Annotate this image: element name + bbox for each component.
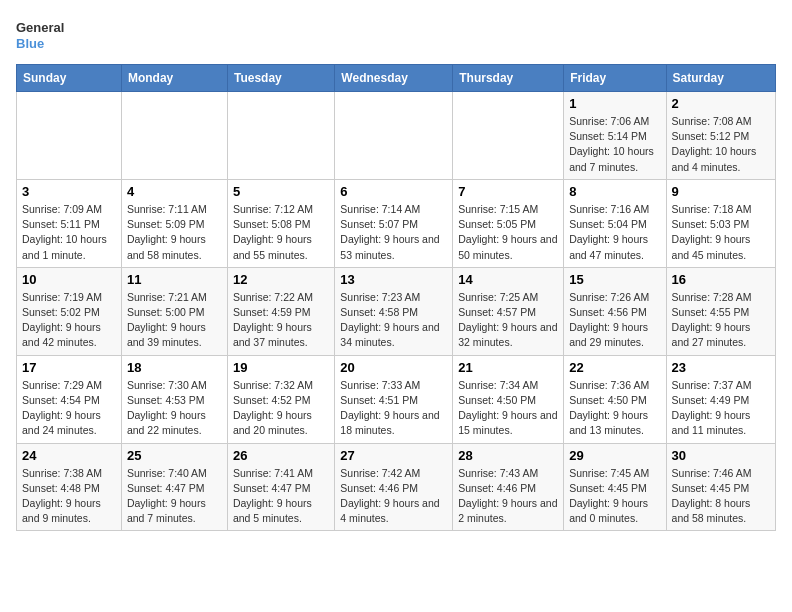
day-info: Sunrise: 7:36 AM Sunset: 4:50 PM Dayligh… [569,378,660,439]
day-info: Sunrise: 7:19 AM Sunset: 5:02 PM Dayligh… [22,290,116,351]
calendar-day-cell: 3Sunrise: 7:09 AM Sunset: 5:11 PM Daylig… [17,179,122,267]
calendar-day-cell: 24Sunrise: 7:38 AM Sunset: 4:48 PM Dayli… [17,443,122,531]
weekday-header: Wednesday [335,65,453,92]
day-info: Sunrise: 7:38 AM Sunset: 4:48 PM Dayligh… [22,466,116,527]
day-number: 20 [340,360,447,375]
day-number: 27 [340,448,447,463]
day-number: 12 [233,272,329,287]
calendar-day-cell: 19Sunrise: 7:32 AM Sunset: 4:52 PM Dayli… [227,355,334,443]
day-info: Sunrise: 7:11 AM Sunset: 5:09 PM Dayligh… [127,202,222,263]
day-info: Sunrise: 7:28 AM Sunset: 4:55 PM Dayligh… [672,290,770,351]
svg-marker-1 [68,18,76,26]
day-info: Sunrise: 7:37 AM Sunset: 4:49 PM Dayligh… [672,378,770,439]
calendar-week-row: 17Sunrise: 7:29 AM Sunset: 4:54 PM Dayli… [17,355,776,443]
day-info: Sunrise: 7:33 AM Sunset: 4:51 PM Dayligh… [340,378,447,439]
calendar-day-cell [17,92,122,180]
day-number: 7 [458,184,558,199]
calendar-day-cell: 9Sunrise: 7:18 AM Sunset: 5:03 PM Daylig… [666,179,775,267]
day-number: 24 [22,448,116,463]
weekday-header: Friday [564,65,666,92]
calendar-day-cell [227,92,334,180]
calendar-day-cell [121,92,227,180]
calendar-day-cell: 7Sunrise: 7:15 AM Sunset: 5:05 PM Daylig… [453,179,564,267]
weekday-header-row: SundayMondayTuesdayWednesdayThursdayFrid… [17,65,776,92]
day-number: 1 [569,96,660,111]
day-info: Sunrise: 7:25 AM Sunset: 4:57 PM Dayligh… [458,290,558,351]
weekday-header: Monday [121,65,227,92]
calendar-day-cell: 28Sunrise: 7:43 AM Sunset: 4:46 PM Dayli… [453,443,564,531]
day-number: 9 [672,184,770,199]
day-info: Sunrise: 7:34 AM Sunset: 4:50 PM Dayligh… [458,378,558,439]
day-info: Sunrise: 7:32 AM Sunset: 4:52 PM Dayligh… [233,378,329,439]
day-info: Sunrise: 7:09 AM Sunset: 5:11 PM Dayligh… [22,202,116,263]
calendar-day-cell: 22Sunrise: 7:36 AM Sunset: 4:50 PM Dayli… [564,355,666,443]
day-number: 10 [22,272,116,287]
day-number: 3 [22,184,116,199]
day-number: 19 [233,360,329,375]
calendar-week-row: 24Sunrise: 7:38 AM Sunset: 4:48 PM Dayli… [17,443,776,531]
day-info: Sunrise: 7:18 AM Sunset: 5:03 PM Dayligh… [672,202,770,263]
day-number: 25 [127,448,222,463]
day-info: Sunrise: 7:26 AM Sunset: 4:56 PM Dayligh… [569,290,660,351]
day-number: 2 [672,96,770,111]
day-info: Sunrise: 7:08 AM Sunset: 5:12 PM Dayligh… [672,114,770,175]
calendar-day-cell: 30Sunrise: 7:46 AM Sunset: 4:45 PM Dayli… [666,443,775,531]
day-info: Sunrise: 7:40 AM Sunset: 4:47 PM Dayligh… [127,466,222,527]
calendar-day-cell: 12Sunrise: 7:22 AM Sunset: 4:59 PM Dayli… [227,267,334,355]
calendar-day-cell: 1Sunrise: 7:06 AM Sunset: 5:14 PM Daylig… [564,92,666,180]
svg-text:Blue: Blue [16,36,44,51]
day-number: 4 [127,184,222,199]
weekday-header: Saturday [666,65,775,92]
weekday-header: Tuesday [227,65,334,92]
calendar-day-cell: 10Sunrise: 7:19 AM Sunset: 5:02 PM Dayli… [17,267,122,355]
calendar-day-cell [453,92,564,180]
calendar-day-cell: 29Sunrise: 7:45 AM Sunset: 4:45 PM Dayli… [564,443,666,531]
calendar-day-cell: 20Sunrise: 7:33 AM Sunset: 4:51 PM Dayli… [335,355,453,443]
calendar-week-row: 10Sunrise: 7:19 AM Sunset: 5:02 PM Dayli… [17,267,776,355]
day-number: 13 [340,272,447,287]
calendar-day-cell: 13Sunrise: 7:23 AM Sunset: 4:58 PM Dayli… [335,267,453,355]
day-number: 6 [340,184,447,199]
day-number: 15 [569,272,660,287]
calendar-day-cell: 8Sunrise: 7:16 AM Sunset: 5:04 PM Daylig… [564,179,666,267]
calendar-day-cell: 18Sunrise: 7:30 AM Sunset: 4:53 PM Dayli… [121,355,227,443]
calendar-day-cell: 5Sunrise: 7:12 AM Sunset: 5:08 PM Daylig… [227,179,334,267]
calendar-day-cell: 23Sunrise: 7:37 AM Sunset: 4:49 PM Dayli… [666,355,775,443]
day-number: 23 [672,360,770,375]
svg-text:General: General [16,20,64,35]
calendar-week-row: 1Sunrise: 7:06 AM Sunset: 5:14 PM Daylig… [17,92,776,180]
day-info: Sunrise: 7:16 AM Sunset: 5:04 PM Dayligh… [569,202,660,263]
weekday-header: Thursday [453,65,564,92]
day-number: 5 [233,184,329,199]
calendar-day-cell: 4Sunrise: 7:11 AM Sunset: 5:09 PM Daylig… [121,179,227,267]
logo-svg: General Blue [16,16,76,54]
day-info: Sunrise: 7:43 AM Sunset: 4:46 PM Dayligh… [458,466,558,527]
day-number: 14 [458,272,558,287]
day-info: Sunrise: 7:06 AM Sunset: 5:14 PM Dayligh… [569,114,660,175]
calendar-day-cell: 11Sunrise: 7:21 AM Sunset: 5:00 PM Dayli… [121,267,227,355]
calendar-day-cell: 15Sunrise: 7:26 AM Sunset: 4:56 PM Dayli… [564,267,666,355]
calendar-day-cell: 25Sunrise: 7:40 AM Sunset: 4:47 PM Dayli… [121,443,227,531]
day-number: 16 [672,272,770,287]
day-info: Sunrise: 7:15 AM Sunset: 5:05 PM Dayligh… [458,202,558,263]
day-number: 11 [127,272,222,287]
calendar-day-cell: 16Sunrise: 7:28 AM Sunset: 4:55 PM Dayli… [666,267,775,355]
page-header: General Blue [16,16,776,54]
day-info: Sunrise: 7:23 AM Sunset: 4:58 PM Dayligh… [340,290,447,351]
weekday-header: Sunday [17,65,122,92]
day-info: Sunrise: 7:42 AM Sunset: 4:46 PM Dayligh… [340,466,447,527]
day-info: Sunrise: 7:12 AM Sunset: 5:08 PM Dayligh… [233,202,329,263]
day-info: Sunrise: 7:22 AM Sunset: 4:59 PM Dayligh… [233,290,329,351]
calendar-day-cell [335,92,453,180]
day-info: Sunrise: 7:29 AM Sunset: 4:54 PM Dayligh… [22,378,116,439]
calendar-day-cell: 21Sunrise: 7:34 AM Sunset: 4:50 PM Dayli… [453,355,564,443]
logo: General Blue [16,16,76,54]
calendar-day-cell: 27Sunrise: 7:42 AM Sunset: 4:46 PM Dayli… [335,443,453,531]
day-number: 8 [569,184,660,199]
day-info: Sunrise: 7:45 AM Sunset: 4:45 PM Dayligh… [569,466,660,527]
day-number: 30 [672,448,770,463]
calendar-table: SundayMondayTuesdayWednesdayThursdayFrid… [16,64,776,531]
day-number: 18 [127,360,222,375]
day-info: Sunrise: 7:30 AM Sunset: 4:53 PM Dayligh… [127,378,222,439]
day-number: 29 [569,448,660,463]
